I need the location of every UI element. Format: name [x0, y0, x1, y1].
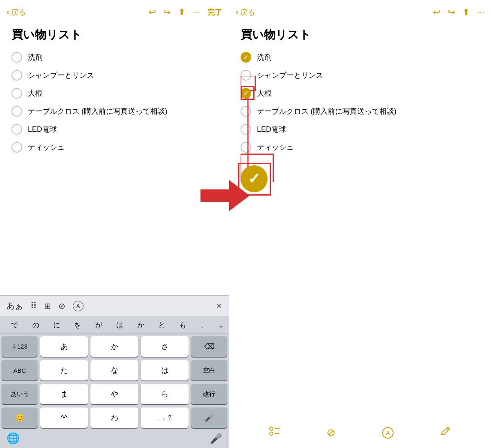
kb-list-icon[interactable]: ⠿: [30, 301, 37, 311]
predict-7[interactable]: と: [151, 320, 172, 330]
key-enter[interactable]: 改行: [191, 384, 227, 404]
right-chevron-icon: ‹: [236, 8, 239, 17]
left-note-title: 買い物リスト: [0, 23, 229, 48]
big-check-icon: ✓: [248, 170, 260, 187]
key-ra[interactable]: ら: [141, 384, 189, 404]
left-redo-icon[interactable]: ↪: [163, 7, 171, 18]
arrow-shaft: [200, 189, 229, 202]
bottom-checklist-icon[interactable]: [269, 425, 280, 440]
key-ka[interactable]: か: [90, 336, 138, 357]
right-list-item-1: シャンプーとリンス: [241, 66, 480, 84]
checkbox-2[interactable]: [11, 88, 22, 99]
kb-close-icon[interactable]: ✕: [216, 302, 222, 311]
left-back-button[interactable]: ‹ 戻る: [7, 7, 149, 17]
list-item: シャンプーとリンス: [11, 66, 217, 84]
right-back-label: 戻る: [240, 7, 255, 17]
right-redo-icon[interactable]: ↪: [448, 7, 455, 18]
right-checkbox-2[interactable]: [241, 88, 251, 99]
key-emoji[interactable]: 😊: [2, 407, 38, 428]
key-hat[interactable]: ^^: [40, 407, 88, 428]
predict-6[interactable]: か: [130, 320, 151, 330]
key-ta[interactable]: た: [40, 360, 88, 380]
key-space[interactable]: 空白: [191, 360, 227, 380]
predict-9[interactable]: 、: [194, 320, 214, 330]
checkbox-0[interactable]: [11, 52, 22, 63]
kb-row-4: 😊 ^^ わ 、。?! 🎤: [2, 407, 227, 428]
bottom-compose-icon[interactable]: [440, 425, 451, 440]
left-panel: ‹ 戻る ↩ ↪ ⬆ ··· 完了 買い物リスト 洗剤 シャンプーとリンス 大根…: [0, 0, 229, 448]
left-share-icon[interactable]: ⬆: [178, 7, 185, 18]
left-back-label: 戻る: [11, 7, 26, 17]
left-nav-bar: ‹ 戻る ↩ ↪ ⬆ ··· 完了: [0, 0, 229, 23]
predict-3[interactable]: を: [67, 320, 88, 330]
key-mic[interactable]: 🎤: [191, 407, 227, 428]
right-share-icon[interactable]: ⬆: [462, 7, 470, 18]
key-abc[interactable]: ABC: [2, 360, 38, 380]
keyboard-rows: ☆123 あ か さ ⌫ ABC た な は 空白 あいう ま や ら 改行: [0, 334, 229, 430]
kb-hiragana-icon[interactable]: あぁ: [7, 300, 23, 311]
mic-icon[interactable]: 🎤: [210, 433, 222, 444]
list-item: LED電球: [11, 120, 217, 138]
key-punct[interactable]: 、。?!: [141, 407, 189, 428]
right-more-icon[interactable]: ···: [477, 7, 484, 18]
globe-icon[interactable]: 🌐: [7, 432, 20, 445]
checkbox-5[interactable]: [11, 142, 22, 153]
right-checkbox-0[interactable]: [241, 52, 251, 63]
list-item: 大根: [11, 84, 217, 102]
right-checkbox-4[interactable]: [241, 124, 251, 135]
key-a[interactable]: あ: [40, 336, 88, 357]
right-back-button[interactable]: ‹ 戻る: [236, 7, 433, 17]
arrow-head: [229, 180, 250, 211]
right-item-label-0: 洗剤: [257, 52, 272, 62]
predict-4[interactable]: が: [88, 320, 109, 330]
left-undo-icon[interactable]: ↩: [149, 7, 156, 18]
predict-2[interactable]: に: [46, 320, 67, 330]
right-item-label-5: ティッシュ: [257, 142, 294, 152]
svg-line-7: [447, 428, 448, 430]
left-done-button[interactable]: 完了: [207, 7, 222, 17]
key-sa[interactable]: さ: [141, 336, 189, 357]
key-123[interactable]: ☆123: [2, 336, 38, 357]
bottom-attach-icon[interactable]: ⊘: [327, 426, 336, 439]
key-na[interactable]: な: [90, 360, 138, 380]
kb-bottom-bar: 🌐 🎤: [0, 430, 229, 448]
right-panel: ‹ 戻る ↩ ↪ ⬆ ··· 買い物リスト 洗剤 シャンプーとリンス 大根: [229, 0, 491, 448]
key-ma[interactable]: ま: [40, 384, 88, 404]
right-item-label-4: LED電球: [257, 124, 286, 134]
right-undo-icon[interactable]: ↩: [433, 7, 440, 18]
list-item: 洗剤: [11, 48, 217, 66]
right-bottom-toolbar: ⊘ A: [229, 425, 491, 440]
checkbox-4[interactable]: [11, 124, 22, 135]
key-wa[interactable]: わ: [90, 407, 138, 428]
keyboard-toolbar: あぁ ⠿ ⊞ ⊘ A ✕: [0, 295, 229, 316]
right-item-label-1: シャンプーとリンス: [257, 70, 323, 80]
right-list-item-2-wrapper: 大根: [241, 84, 480, 102]
key-ya[interactable]: や: [90, 384, 138, 404]
right-checkbox-1[interactable]: [241, 70, 251, 81]
svg-point-3: [270, 427, 273, 430]
kb-attach-icon[interactable]: ⊘: [59, 301, 65, 311]
key-backspace[interactable]: ⌫: [191, 336, 227, 357]
checkbox-3[interactable]: [11, 106, 22, 117]
predict-0[interactable]: で: [4, 320, 25, 330]
bottom-at-icon[interactable]: A: [382, 427, 394, 439]
predict-1[interactable]: の: [25, 320, 46, 330]
right-checkbox-3[interactable]: [241, 106, 251, 117]
predict-5[interactable]: は: [109, 320, 130, 330]
left-chevron-icon: ‹: [7, 8, 9, 17]
arrow-container: [200, 180, 250, 211]
key-aiu[interactable]: あいう: [2, 384, 38, 404]
item-label-2: 大根: [28, 88, 43, 98]
checkbox-1[interactable]: [11, 70, 22, 81]
left-more-icon[interactable]: ···: [193, 7, 200, 18]
key-ha[interactable]: は: [141, 360, 189, 380]
right-list-item-5: ティッシュ: [241, 138, 480, 156]
left-nav-icons: ↩ ↪ ⬆ ··· 完了: [149, 7, 222, 18]
right-checklist: 洗剤 シャンプーとリンス 大根 テーブルクロス (購入前に写真送って相談) LE…: [229, 48, 491, 448]
kb-at-icon[interactable]: A: [73, 301, 83, 311]
item-label-3: テーブルクロス (購入前に写真送って相談): [28, 106, 167, 116]
right-checkbox-5[interactable]: [241, 142, 251, 153]
kb-table-icon[interactable]: ⊞: [44, 301, 51, 311]
expand-icon[interactable]: ⌄: [218, 320, 225, 330]
predict-8[interactable]: も: [172, 320, 193, 330]
